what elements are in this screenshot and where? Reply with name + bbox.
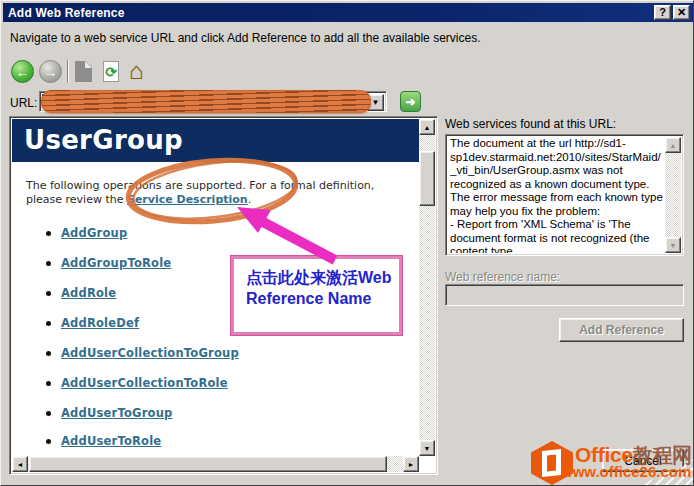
window-title: Add Web Reference	[3, 6, 125, 20]
arrow-down-icon: ▼	[424, 445, 431, 452]
refresh-icon[interactable]: ⟳	[103, 61, 119, 82]
intro-line-2-prefix: please review the	[26, 193, 127, 206]
forward-button[interactable]: →	[39, 60, 62, 83]
service-description-link[interactable]: Service Description	[127, 193, 248, 206]
bullet-icon	[46, 291, 51, 296]
list-item: AddGroup	[46, 226, 127, 240]
web-reference-name-label: Web reference name:	[445, 270, 560, 284]
close-button[interactable]: ✕	[673, 5, 690, 20]
bullet-icon	[46, 411, 51, 416]
list-item: AddRoleDef	[46, 316, 139, 330]
bullet-icon	[46, 261, 51, 266]
back-arrow-icon: ←	[16, 64, 30, 80]
scroll-up-button[interactable]: ▲	[419, 119, 435, 135]
operation-link-addusercollectiontorole[interactable]: AddUserCollectionToRole	[61, 376, 228, 390]
scroll-right-button[interactable]: ►	[403, 456, 419, 472]
tutorial-callout-box: 点击此处来激活Web Reference Name	[231, 256, 402, 335]
service-error-text: The document at the url http://sd1-sp1de…	[450, 137, 663, 253]
service-header-band: UserGroup	[12, 119, 435, 162]
list-item: AddUserCollectionToGroup	[46, 346, 239, 360]
arrow-left-icon: ◄	[17, 461, 24, 468]
operation-link-addroledef[interactable]: AddRoleDef	[61, 316, 139, 330]
arrow-up-icon: ▲	[670, 142, 677, 149]
list-item: AddRole	[46, 286, 116, 300]
forward-arrow-icon: →	[44, 64, 58, 80]
add-web-reference-dialog: Add Web Reference ? ✕ Navigate to a web …	[0, 0, 694, 486]
intro-line-1: The following operations are supported. …	[26, 179, 374, 193]
office-logo-icon	[531, 441, 573, 485]
vertical-scroll-thumb[interactable]	[419, 151, 435, 206]
scroll-down-button[interactable]: ▼	[419, 440, 435, 456]
operation-link-addgrouptorole[interactable]: AddGroupToRole	[61, 256, 171, 270]
help-button[interactable]: ?	[654, 5, 671, 20]
scroll-left-button[interactable]: ◄	[12, 456, 28, 472]
list-item: AddGroupToRole	[46, 256, 171, 270]
home-icon[interactable]: ⌂	[129, 57, 144, 85]
stop-page-icon[interactable]	[75, 61, 92, 82]
intro-paragraph: The following operations are supported. …	[26, 179, 374, 207]
go-arrow-icon: ➜	[405, 95, 415, 109]
message-scrollbar[interactable]: ▲ ▼	[665, 137, 681, 253]
go-button[interactable]: ➜	[400, 91, 421, 112]
home-glyph: ⌂	[129, 57, 144, 84]
web-services-found-label: Web services found at this URL:	[445, 117, 616, 131]
services-message-box: The document at the url http://sd1-sp1de…	[445, 134, 684, 256]
instruction-text: Navigate to a web service URL and click …	[10, 31, 480, 45]
title-bar[interactable]: Add Web Reference ? ✕	[3, 3, 693, 22]
arrow-right-icon: ►	[408, 461, 415, 468]
web-reference-name-input[interactable]	[445, 284, 684, 306]
horizontal-scroll-thumb[interactable]	[29, 456, 387, 472]
intro-period: .	[248, 193, 252, 206]
bullet-icon	[46, 351, 51, 356]
bullet-icon	[46, 439, 51, 444]
scroll-down-button[interactable]: ▼	[665, 237, 681, 253]
cancel-button[interactable]: Cancel	[602, 449, 684, 472]
operation-link-addusercollectiontogroup[interactable]: AddUserCollectionToGroup	[61, 346, 239, 360]
bullet-icon	[46, 381, 51, 386]
bullet-icon	[46, 321, 51, 326]
list-item: AddUserToGroup	[46, 406, 172, 420]
arrow-up-icon: ▲	[424, 124, 431, 131]
service-name-heading: UserGroup	[24, 125, 183, 155]
intro-line-2: please review the Service Description.	[26, 193, 374, 207]
office-logo-core	[547, 455, 556, 472]
arrow-down-icon: ▼	[670, 242, 677, 249]
office-logo-door	[542, 449, 561, 477]
chevron-down-icon: ▼	[372, 98, 380, 107]
operation-link-addgroup[interactable]: AddGroup	[61, 226, 127, 240]
url-redaction-scribble	[41, 90, 371, 113]
operation-link-addusertogroup[interactable]: AddUserToGroup	[61, 406, 172, 420]
preview-vertical-scrollbar[interactable]: ▲ ▼	[419, 119, 435, 456]
scroll-up-button[interactable]: ▲	[665, 137, 681, 153]
url-label: URL:	[10, 96, 37, 110]
add-reference-button[interactable]: Add Reference	[559, 318, 684, 342]
operation-link-addrole[interactable]: AddRole	[61, 286, 116, 300]
preview-horizontal-scrollbar[interactable]: ◄ ►	[12, 456, 419, 472]
page-fold	[85, 61, 92, 68]
operation-link-addusertorole[interactable]: AddUserToRole	[61, 434, 161, 448]
list-item: AddUserCollectionToRole	[46, 376, 228, 390]
bullet-icon	[46, 231, 51, 236]
toolbar-separator	[67, 60, 69, 83]
list-item: AddUserToRole	[46, 434, 161, 448]
refresh-glyph: ⟳	[105, 64, 117, 80]
back-button[interactable]: ←	[11, 60, 34, 83]
